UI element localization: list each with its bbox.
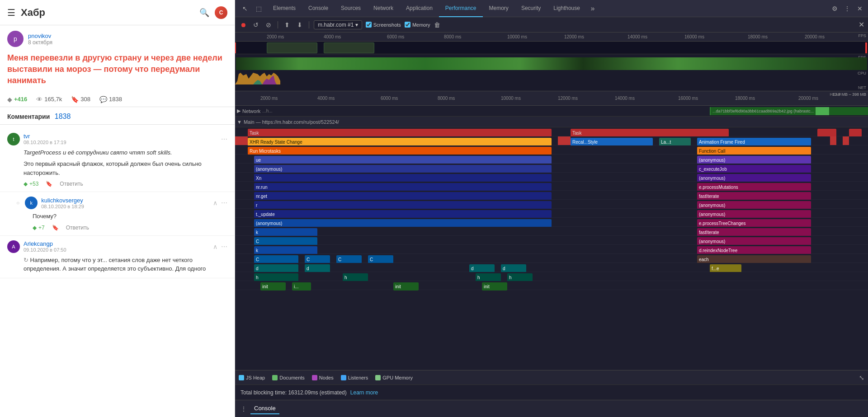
flame-reindex[interactable]: d.reindexNodeTree xyxy=(697,246,811,254)
flame-k-2[interactable]: k xyxy=(254,246,317,254)
tab-elements[interactable]: Elements xyxy=(267,0,302,17)
flame-recall-style[interactable]: Recal...Style xyxy=(571,138,653,146)
flame-process-mutations[interactable]: e.processMutations xyxy=(697,183,811,191)
flame-nr-get[interactable]: nr.get xyxy=(254,192,552,200)
flame-function-call[interactable]: Function Call xyxy=(697,147,811,155)
comment-author[interactable]: Arlekcangp xyxy=(24,240,66,247)
flame-d-1[interactable]: d xyxy=(254,264,298,272)
flame-anonymous-3[interactable]: (anonymous) xyxy=(697,174,811,182)
comment-votes[interactable]: ◆ +53 xyxy=(24,181,38,187)
flame-anonymous-4[interactable]: (anonymous) xyxy=(697,201,811,209)
bookmark-icon[interactable]: 🔖 xyxy=(46,181,52,187)
flame-execute-job[interactable]: c_executeJob xyxy=(697,165,811,173)
flame-last[interactable]: La...t xyxy=(659,138,691,146)
flame-microtask[interactable]: Run Microtasks xyxy=(248,147,552,155)
flame-r[interactable]: r xyxy=(254,201,552,209)
collapse-icon[interactable]: ○ xyxy=(16,200,19,206)
flame-f-e[interactable]: f...e xyxy=(710,264,741,272)
flame-task-3[interactable] xyxy=(817,129,836,137)
reload-icon[interactable]: ↺ xyxy=(251,20,260,29)
search-icon[interactable]: 🔍 xyxy=(199,8,209,18)
tab-lighthouse[interactable]: Lighthouse xyxy=(547,0,586,17)
flame-c-mid3[interactable]: C xyxy=(368,255,393,263)
article-title[interactable]: Меня перевезли в другую страну и через д… xyxy=(0,51,235,92)
legend-expand-icon[interactable]: ⤡ xyxy=(859,374,864,381)
console-menu-icon[interactable]: ⋮ xyxy=(241,405,247,412)
flame-xn[interactable]: Xn xyxy=(254,174,552,182)
flame-xhr[interactable]: XHR Ready State Change xyxy=(248,138,552,146)
upload-icon[interactable]: ⬆ xyxy=(283,20,292,29)
tab-console[interactable]: Console xyxy=(302,0,335,17)
comment-votes[interactable]: ◆ +7 xyxy=(33,225,45,231)
flame-d-far2[interactable]: d xyxy=(501,264,526,272)
download-icon[interactable]: ⬇ xyxy=(295,20,304,29)
main-section-label[interactable]: ▼ Main — https://m.habr.com/ru/post/5225… xyxy=(235,119,341,125)
avatar[interactable]: C xyxy=(215,6,227,19)
flame-anonymous-1[interactable]: (anonymous) xyxy=(697,156,811,164)
flame-h-far1[interactable]: h xyxy=(476,273,501,281)
flame-fast-iterate-2[interactable]: fastIterate xyxy=(697,228,811,236)
collapse-action-icon[interactable]: ∧ xyxy=(213,243,217,250)
flame-h-mid[interactable]: h xyxy=(343,273,368,281)
flame-task-4[interactable] xyxy=(849,129,862,137)
network-item[interactable]: ...da71bbf3ef6d90a3bb61caad869a2b42.jpg … xyxy=(710,107,868,115)
inspect-icon[interactable]: ⬚ xyxy=(252,2,265,15)
flame-task-2[interactable]: Task xyxy=(571,129,729,137)
flame-init-1[interactable]: init xyxy=(260,282,286,290)
flame-anonymous-7[interactable]: (anonymous) xyxy=(697,237,811,245)
reply-button[interactable]: Ответить xyxy=(66,225,89,231)
author-name[interactable]: pnovikov xyxy=(28,33,52,39)
bookmark-icon[interactable]: 🔖 xyxy=(52,225,59,231)
memory-checkbox[interactable]: Memory xyxy=(405,22,430,28)
flame-c-mid2[interactable]: C xyxy=(336,255,362,263)
more-icon[interactable]: ⋯ xyxy=(221,136,227,143)
flame-d-mid[interactable]: d xyxy=(305,264,330,272)
tab-sources[interactable]: Sources xyxy=(335,0,367,17)
flame-c-1[interactable]: C xyxy=(254,237,317,245)
flame-h-1[interactable]: h xyxy=(254,273,298,281)
flame-init-trunc[interactable]: i... xyxy=(292,282,311,290)
tab-application[interactable]: Application xyxy=(400,0,439,17)
more-icon[interactable]: ⋯ xyxy=(221,199,227,206)
close-panel-icon[interactable]: ✕ xyxy=(859,20,864,29)
flame-ue[interactable]: ue xyxy=(254,156,552,164)
flame-task-1[interactable]: Task xyxy=(248,129,552,137)
flame-k-1[interactable]: k xyxy=(254,228,317,236)
clear-icon[interactable]: ⊘ xyxy=(264,20,273,29)
flame-anonymous-5[interactable]: (anonymous) xyxy=(697,210,811,218)
more-tabs-icon[interactable]: » xyxy=(586,2,599,15)
more-icon[interactable]: ⋯ xyxy=(221,243,227,250)
more-options-icon[interactable]: ⋮ xyxy=(841,2,854,15)
timeline-tracks[interactable]: ▶ Network ...h... ...da71bbf3ef6d90a3bb6… xyxy=(235,106,868,370)
flame-c-mid1[interactable]: C xyxy=(305,255,330,263)
flame-anonymous-2[interactable]: (anonymous) xyxy=(254,165,552,173)
flame-h-far2[interactable]: h xyxy=(507,273,533,281)
flame-t-update[interactable]: t._update xyxy=(254,210,552,218)
console-tab[interactable]: Console xyxy=(250,403,279,414)
flame-process-tree[interactable]: e.processTreeChanges xyxy=(697,219,811,227)
screenshots-checkbox-input[interactable] xyxy=(366,22,372,28)
flame-init-3[interactable]: init xyxy=(482,282,507,290)
comment-author[interactable]: tvr xyxy=(24,133,66,140)
flame-each[interactable]: each xyxy=(697,255,811,263)
tab-network[interactable]: Network xyxy=(367,0,400,17)
learn-more-link[interactable]: Learn more xyxy=(350,389,378,396)
tab-memory[interactable]: Memory xyxy=(483,0,515,17)
flame-init-2[interactable]: init xyxy=(393,282,419,290)
flame-fast-iterate-1[interactable]: fastIterate xyxy=(697,192,811,200)
cursor-icon[interactable]: ↖ xyxy=(239,2,251,15)
trash-icon[interactable]: 🗑 xyxy=(434,21,440,28)
network-section-label[interactable]: ▶ Network ...h... xyxy=(235,108,274,114)
tab-performance[interactable]: Performance xyxy=(439,0,483,17)
flame-animation-frame[interactable]: Animation Frame Fired xyxy=(697,138,811,146)
close-devtools-icon[interactable]: ✕ xyxy=(854,2,866,15)
collapse-action-icon[interactable]: ∧ xyxy=(213,199,217,206)
settings-icon[interactable]: ⚙ xyxy=(828,2,841,15)
comment-author[interactable]: kulichkovsergey xyxy=(41,197,84,204)
screenshots-checkbox[interactable]: Screenshots xyxy=(366,22,401,28)
flame-c-2[interactable]: C xyxy=(254,255,298,263)
menu-icon[interactable]: ☰ xyxy=(7,7,15,18)
flame-nr-run[interactable]: nr.run xyxy=(254,183,552,191)
record-icon[interactable]: ⏺ xyxy=(239,20,248,29)
memory-checkbox-input[interactable] xyxy=(405,22,410,28)
